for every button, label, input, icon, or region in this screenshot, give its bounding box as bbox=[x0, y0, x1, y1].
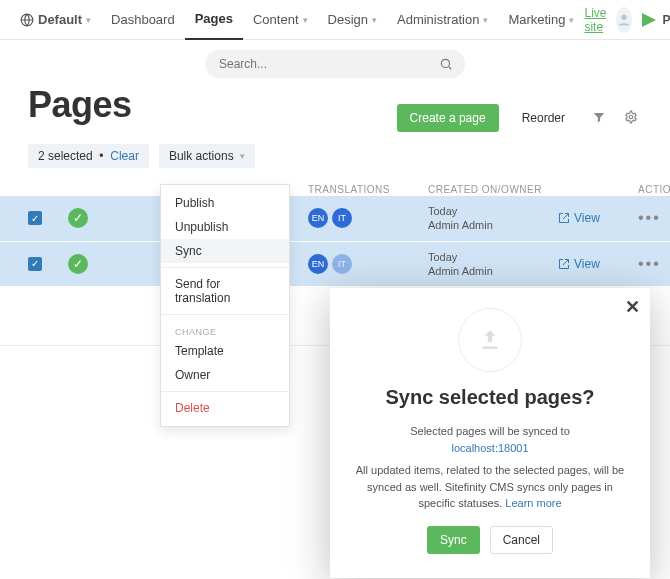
table-row[interactable]: ✓ ✓ EN IT TodayAdmin Admin View ••• bbox=[0, 241, 670, 287]
svg-point-3 bbox=[629, 115, 633, 119]
search-box[interactable] bbox=[205, 50, 465, 78]
clear-selection[interactable]: Clear bbox=[110, 149, 139, 163]
table-header: TRANSLATIONS CREATED ON/OWNER ACTIONS bbox=[0, 184, 670, 195]
bulk-actions-button[interactable]: Bulk actions▾ bbox=[159, 144, 255, 168]
search-bar bbox=[0, 40, 670, 84]
menu-send-for-translation[interactable]: Send for translation bbox=[161, 272, 289, 310]
nav-marketing[interactable]: Marketing▾ bbox=[498, 0, 584, 40]
nav-content[interactable]: Content▾ bbox=[243, 0, 318, 40]
col-translations: TRANSLATIONS bbox=[308, 184, 428, 195]
nav-administration[interactable]: Administration▾ bbox=[387, 0, 498, 40]
progress-icon bbox=[642, 13, 656, 27]
row-checkbox[interactable]: ✓ bbox=[28, 257, 42, 271]
menu-publish[interactable]: Publish bbox=[161, 191, 289, 215]
lang-badge-en[interactable]: EN bbox=[308, 208, 328, 228]
page-header: Pages Create a page Reorder bbox=[0, 84, 670, 138]
table-row[interactable]: ✓ ✓ EN IT TodayAdmin Admin View ••• bbox=[0, 195, 670, 241]
status-published-icon: ✓ bbox=[68, 208, 88, 228]
globe-icon bbox=[20, 13, 34, 27]
col-created: CREATED ON/OWNER bbox=[428, 184, 558, 195]
reorder-button[interactable]: Reorder bbox=[509, 104, 578, 132]
lang-badge-it[interactable]: IT bbox=[332, 254, 352, 274]
sync-confirm-dialog: ✕ Sync selected pages? Selected pages wi… bbox=[330, 288, 650, 346]
nav-design[interactable]: Design▾ bbox=[318, 0, 387, 40]
selection-pill: 2 selected • Clear bbox=[28, 144, 149, 168]
external-link-icon bbox=[558, 212, 570, 224]
menu-section-change: CHANGE bbox=[161, 319, 289, 339]
upload-icon bbox=[458, 308, 522, 346]
gear-icon[interactable] bbox=[620, 106, 642, 131]
external-link-icon bbox=[558, 258, 570, 270]
page-title: Pages bbox=[28, 84, 132, 126]
nav-pages[interactable]: Pages bbox=[185, 0, 243, 40]
site-switcher[interactable]: Default▾ bbox=[10, 0, 101, 40]
row-actions-menu[interactable]: ••• bbox=[638, 255, 670, 273]
menu-unpublish[interactable]: Unpublish bbox=[161, 215, 289, 239]
row-checkbox[interactable]: ✓ bbox=[28, 211, 42, 225]
svg-point-2 bbox=[441, 59, 449, 67]
filter-icon[interactable] bbox=[588, 106, 610, 131]
chevron-down-icon: ▾ bbox=[240, 151, 245, 161]
row-actions-menu[interactable]: ••• bbox=[638, 209, 670, 227]
live-site-link[interactable]: Live site bbox=[584, 6, 606, 34]
menu-sync[interactable]: Sync bbox=[161, 239, 289, 263]
col-actions: ACTIONS bbox=[638, 184, 670, 195]
status-published-icon: ✓ bbox=[68, 254, 88, 274]
chevron-down-icon: ▾ bbox=[86, 15, 91, 25]
view-link[interactable]: View bbox=[558, 211, 638, 225]
svg-point-1 bbox=[622, 14, 627, 19]
bulk-actions-menu: Publish Unpublish Sync Send for translat… bbox=[160, 184, 290, 346]
user-icon bbox=[616, 12, 632, 28]
search-icon bbox=[439, 57, 453, 71]
create-page-button[interactable]: Create a page bbox=[397, 104, 499, 132]
lang-badge-en[interactable]: EN bbox=[308, 254, 328, 274]
menu-template[interactable]: Template bbox=[161, 339, 289, 346]
view-link[interactable]: View bbox=[558, 257, 638, 271]
nav-dashboard[interactable]: Dashboard bbox=[101, 0, 185, 40]
top-nav: Default▾ Dashboard Pages Content▾ Design… bbox=[0, 0, 670, 40]
lang-badge-it[interactable]: IT bbox=[332, 208, 352, 228]
close-icon[interactable]: ✕ bbox=[625, 296, 640, 318]
brand-logo: Progress Sitefinity bbox=[642, 13, 670, 27]
selection-toolbar: 2 selected • Clear Bulk actions▾ bbox=[0, 138, 670, 184]
search-input[interactable] bbox=[217, 56, 439, 72]
user-avatar[interactable] bbox=[616, 7, 632, 33]
